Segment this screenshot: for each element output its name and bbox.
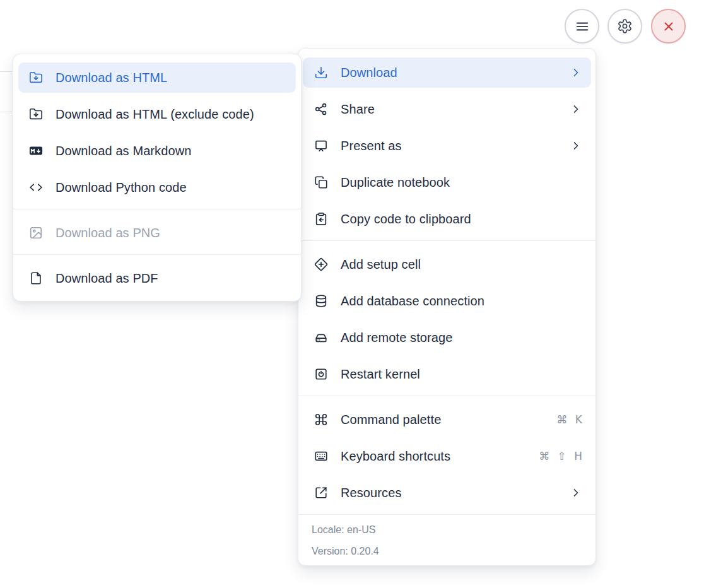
chevron-right-icon [570, 66, 582, 79]
menu-item-add-remote-storage[interactable]: Add remote storage [303, 322, 591, 353]
menu-item-command-palette[interactable]: Command palette ⌘ K [303, 404, 591, 435]
menu-item-label: Present as [341, 139, 402, 153]
notebook-menu-button[interactable] [565, 9, 599, 44]
submenu-item-download-as-pdf[interactable]: Download as PDF [18, 263, 296, 293]
menu-item-copy-code[interactable]: Copy code to clipboard [303, 204, 591, 234]
menu-item-label: Download [341, 66, 397, 80]
presentation-icon [314, 139, 328, 153]
menu-item-label: Add database connection [341, 294, 484, 309]
submenu-item-download-as-html-exclude-code[interactable]: Download as HTML (exclude code) [18, 99, 296, 129]
submenu-item-label: Download as Markdown [56, 144, 191, 158]
submenu-item-label: Download as PDF [56, 271, 158, 286]
folder-down-icon [29, 71, 43, 85]
notebook-menu-popover: Download Share Present as Duplicate note… [298, 48, 596, 566]
download-icon [314, 66, 328, 79]
clipboard-copy-icon [314, 212, 328, 226]
menu-item-label: Add setup cell [341, 257, 421, 272]
menu-item-restart-kernel[interactable]: Restart kernel [303, 359, 591, 389]
duplicate-icon [314, 175, 328, 189]
underlay-cell-border [0, 71, 12, 72]
power-icon [314, 367, 328, 381]
hamburger-icon [574, 18, 590, 35]
menu-item-add-database-connection[interactable]: Add database connection [303, 286, 591, 316]
chevron-right-icon [570, 486, 582, 499]
gear-icon [617, 18, 633, 34]
submenu-item-label: Download as HTML (exclude code) [56, 107, 254, 122]
folder-down-icon [29, 107, 43, 121]
menu-footer: Locale: en-US Version: 0.20.4 [298, 514, 595, 567]
menu-item-label: Keyboard shortcuts [341, 449, 450, 464]
submenu-item-download-as-markdown[interactable]: Download as Markdown [18, 136, 296, 166]
file-icon [29, 271, 43, 285]
menu-item-share[interactable]: Share [303, 94, 591, 124]
menu-divider [298, 396, 595, 396]
download-submenu-popover: Download as HTML Download as HTML (exclu… [13, 54, 302, 302]
menu-item-label: Duplicate notebook [341, 175, 450, 190]
chevron-right-icon [570, 139, 582, 152]
menu-item-duplicate-notebook[interactable]: Duplicate notebook [303, 167, 591, 197]
markdown-icon [29, 144, 43, 158]
menu-divider [298, 240, 595, 241]
image-icon [29, 226, 43, 240]
menu-item-download[interactable]: Download [303, 57, 591, 88]
submenu-item-label: Download as PNG [56, 226, 160, 240]
menu-item-add-setup-cell[interactable]: Add setup cell [303, 249, 591, 279]
menu-item-label: Add remote storage [341, 331, 452, 345]
diamond-plus-icon [314, 257, 328, 271]
close-button[interactable] [651, 9, 686, 44]
database-icon [314, 294, 328, 308]
chevron-right-icon [570, 103, 582, 115]
share-icon [314, 102, 328, 116]
submenu-divider [13, 209, 301, 209]
submenu-item-download-python-code[interactable]: Download Python code [18, 172, 296, 203]
menu-item-keyboard-shortcuts[interactable]: Keyboard shortcuts ⌘ ⇧ H [303, 441, 591, 471]
menu-item-resources[interactable]: Resources [303, 478, 591, 508]
shortcut-hint: ⌘ ⇧ H [539, 450, 582, 462]
submenu-divider [13, 254, 301, 255]
menu-item-present-as[interactable]: Present as [303, 131, 591, 161]
external-link-icon [314, 486, 328, 500]
version-text: Version: 0.20.4 [312, 541, 582, 562]
submenu-item-download-as-png: Download as PNG [18, 218, 296, 248]
submenu-item-label: Download as HTML [56, 71, 167, 85]
code-icon [29, 180, 43, 194]
menu-item-label: Resources [341, 486, 402, 500]
menu-item-label: Restart kernel [341, 367, 420, 382]
menu-item-label: Command palette [341, 413, 441, 427]
menu-item-label: Copy code to clipboard [341, 212, 471, 226]
underlay-cell-border [0, 112, 12, 112]
close-icon [661, 19, 676, 34]
settings-button[interactable] [607, 9, 642, 44]
submenu-item-download-as-html[interactable]: Download as HTML [18, 62, 296, 93]
menu-item-label: Share [341, 102, 375, 117]
hard-drive-icon [314, 331, 328, 344]
submenu-item-label: Download Python code [56, 180, 187, 195]
command-icon [314, 413, 328, 426]
keyboard-icon [314, 449, 328, 463]
locale-text: Locale: en-US [312, 519, 582, 541]
shortcut-hint: ⌘ K [556, 413, 582, 426]
